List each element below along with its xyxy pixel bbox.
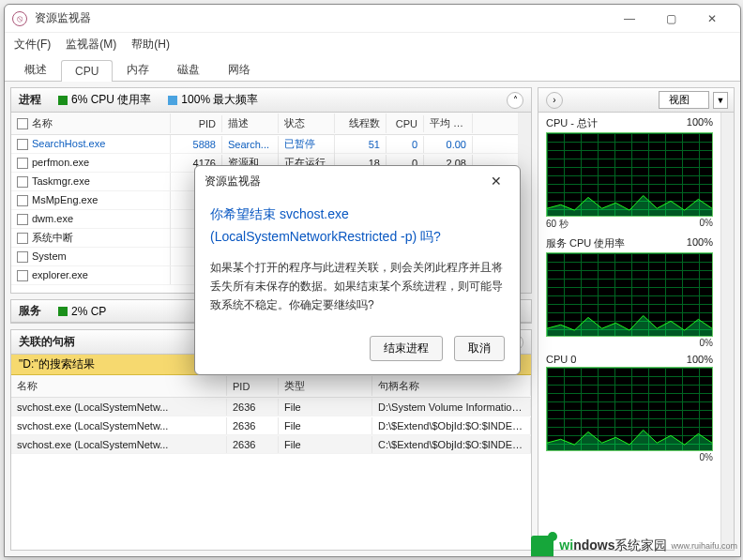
tab-network[interactable]: 网络 bbox=[214, 57, 265, 82]
processes-title: 进程 bbox=[19, 92, 41, 108]
chart-max: 100% bbox=[687, 236, 713, 250]
services-title: 服务 bbox=[19, 303, 41, 319]
sidebar-collapse-icon[interactable]: › bbox=[546, 92, 563, 109]
dialog-close-icon[interactable]: ✕ bbox=[482, 168, 510, 194]
minimize-button[interactable]: — bbox=[609, 6, 650, 32]
checkbox-icon[interactable] bbox=[17, 214, 28, 225]
menu-help[interactable]: 帮助(H) bbox=[131, 37, 170, 53]
chart-canvas bbox=[546, 252, 713, 337]
collapse-icon[interactable]: ˄ bbox=[507, 92, 523, 109]
table-row[interactable]: SearchHost.exe5888Search...已暂停5100.00 bbox=[11, 135, 518, 154]
chart-title: 服务 CPU 使用率 bbox=[546, 236, 625, 250]
table-row[interactable]: svchost.exe (LocalSystemNetw...2636FileD… bbox=[11, 398, 531, 416]
processes-header[interactable]: 进程 6% CPU 使用率 100% 最大频率 ˄ bbox=[11, 88, 531, 113]
dialog-body-text: 如果某个打开的程序与此进程关联，则会关闭此程序并且将丢失所有未保存的数据。如果结… bbox=[210, 258, 505, 315]
dialog-titlebar[interactable]: 资源监视器 ✕ bbox=[195, 166, 520, 196]
checkbox-icon[interactable] bbox=[17, 158, 28, 169]
tab-overview[interactable]: 概述 bbox=[10, 57, 61, 82]
checkbox-icon[interactable] bbox=[17, 176, 28, 188]
tab-cpu[interactable]: CPU bbox=[61, 60, 113, 82]
confirm-dialog: 资源监视器 ✕ 你希望结束 svchost.exe (LocalSystemNe… bbox=[194, 165, 521, 375]
tabstrip: 概述 CPU 内存 磁盘 网络 bbox=[5, 55, 740, 82]
table-row[interactable]: svchost.exe (LocalSystemNetw...2636FileC… bbox=[11, 435, 531, 454]
handles-columns[interactable]: 名称 PID 类型 句柄名称 bbox=[11, 375, 531, 398]
checkbox-icon[interactable] bbox=[17, 139, 28, 150]
chart-block: CPU 0100%0% bbox=[538, 350, 720, 464]
cpu-usage-indicator: 6% CPU 使用率 bbox=[58, 92, 151, 108]
titlebar[interactable]: ⦸ 资源监视器 — ▢ ✕ bbox=[5, 5, 740, 33]
processes-columns[interactable]: 名称 PID 描述 状态 线程数 CPU 平均 C... bbox=[11, 113, 518, 135]
chart-block: CPU - 总计100%60 秒0% bbox=[538, 113, 720, 233]
view-dropdown-icon[interactable]: ▼ bbox=[713, 92, 728, 109]
cancel-button[interactable]: 取消 bbox=[454, 336, 505, 361]
dialog-heading: 你希望结束 svchost.exe (LocalSystemNetworkRes… bbox=[210, 204, 505, 249]
tab-memory[interactable]: 内存 bbox=[113, 57, 163, 82]
sidebar-header: › 视图 ▼ bbox=[538, 88, 734, 113]
end-process-button[interactable]: 结束进程 bbox=[370, 336, 443, 361]
watermark: windows系统家园 www.ruihaifu.com bbox=[531, 536, 737, 556]
max-freq-indicator: 100% 最大频率 bbox=[168, 92, 258, 108]
tab-disk[interactable]: 磁盘 bbox=[163, 57, 214, 82]
chart-foot-right: 0% bbox=[700, 452, 713, 462]
close-button[interactable]: ✕ bbox=[691, 6, 733, 32]
menu-monitor[interactable]: 监视器(M) bbox=[66, 37, 116, 53]
checkbox-icon[interactable] bbox=[17, 251, 28, 263]
right-sidebar: › 视图 ▼ CPU - 总计100%60 秒0%服务 CPU 使用率100%0… bbox=[538, 87, 735, 551]
chart-max: 100% bbox=[687, 116, 713, 130]
chart-foot-right: 0% bbox=[700, 218, 713, 231]
services-cpu-indicator: 2% CP bbox=[58, 305, 106, 318]
checkbox-icon[interactable] bbox=[17, 270, 28, 281]
table-row[interactable]: svchost.exe (LocalSystemNetw...2636FileD… bbox=[11, 416, 531, 435]
sidebar-scrollbar[interactable] bbox=[720, 113, 734, 550]
chart-canvas bbox=[546, 367, 713, 451]
checkbox-icon[interactable] bbox=[17, 233, 28, 244]
chart-max: 100% bbox=[687, 354, 713, 365]
chart-title: CPU 0 bbox=[546, 354, 576, 365]
app-icon: ⦸ bbox=[12, 11, 27, 26]
handles-title: 关联的句柄 bbox=[19, 334, 75, 350]
window-title: 资源监视器 bbox=[35, 10, 609, 26]
chart-title: CPU - 总计 bbox=[546, 116, 598, 130]
menu-file[interactable]: 文件(F) bbox=[14, 37, 51, 53]
checkbox-icon[interactable] bbox=[17, 118, 28, 129]
dialog-title: 资源监视器 bbox=[205, 174, 261, 189]
chart-foot-right: 0% bbox=[700, 338, 713, 348]
chart-block: 服务 CPU 使用率100%0% bbox=[538, 233, 720, 350]
maximize-button[interactable]: ▢ bbox=[650, 6, 691, 32]
menubar: 文件(F) 监视器(M) 帮助(H) bbox=[5, 33, 740, 55]
checkbox-icon[interactable] bbox=[17, 195, 28, 206]
view-selector[interactable]: 视图 bbox=[659, 91, 709, 109]
chart-foot-left: 60 秒 bbox=[546, 218, 569, 231]
chart-canvas bbox=[546, 132, 713, 217]
watermark-logo-icon bbox=[531, 536, 553, 556]
handles-grid: 名称 PID 类型 句柄名称 svchost.exe (LocalSystemN… bbox=[11, 375, 531, 454]
